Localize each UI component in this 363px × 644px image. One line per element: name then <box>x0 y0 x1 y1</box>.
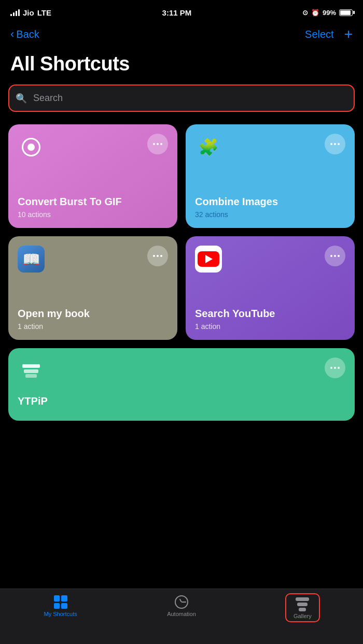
shortcuts-grid: Convert Burst To GIF 10 actions 🧩 Combin… <box>0 124 363 340</box>
layers-icon <box>18 357 45 384</box>
automation-label: Automation <box>167 611 196 617</box>
signal-bars <box>10 9 20 16</box>
more-dots-icon <box>153 255 162 257</box>
alarm-icon: ⏰ <box>311 9 319 17</box>
card-top <box>18 357 345 384</box>
signal-bar-2 <box>13 12 15 16</box>
shortcut-card-ytpip[interactable]: YTPiP <box>8 348 355 421</box>
tab-bar: My Shortcuts Automation Gallery <box>0 589 363 644</box>
more-button-convert-burst[interactable] <box>147 134 168 154</box>
target-icon <box>18 134 45 161</box>
battery-icon <box>339 9 353 16</box>
gallery-tab-highlight: Gallery <box>285 593 320 622</box>
card-top: 📖 <box>18 246 168 273</box>
more-dots-icon <box>153 143 162 145</box>
time-label: 3:11 PM <box>162 8 192 17</box>
nav-actions: Select + <box>305 27 353 41</box>
card-title-open-my-book: Open my book <box>18 307 168 320</box>
card-subtitle-convert-burst: 10 actions <box>18 210 168 219</box>
signal-bar-1 <box>10 14 12 16</box>
my-shortcuts-label: My Shortcuts <box>44 611 77 617</box>
gps-icon: ⊙ <box>302 9 308 17</box>
card-title-search-youtube: Search YouTube <box>195 307 345 320</box>
more-button-open-my-book[interactable] <box>147 246 168 266</box>
battery-fill <box>340 10 351 15</box>
youtube-icon <box>195 246 222 273</box>
tab-automation[interactable]: Automation <box>121 594 242 617</box>
card-top <box>195 246 345 273</box>
card-title-convert-burst: Convert Burst To GIF <box>18 195 168 208</box>
status-left: Jio LTE <box>10 8 51 17</box>
gallery-label: Gallery <box>294 613 312 619</box>
card-top: 🧩 <box>195 134 345 161</box>
select-button[interactable]: Select <box>305 28 334 40</box>
network-label: LTE <box>37 8 51 17</box>
book-app-icon: 📖 <box>18 246 45 273</box>
card-subtitle-combine-images: 32 actions <box>195 210 345 219</box>
more-button-combine-images[interactable] <box>325 134 345 154</box>
puzzle-icon: 🧩 <box>195 134 222 161</box>
search-container: 🔍 Search <box>8 84 355 112</box>
my-shortcuts-icon <box>53 595 68 609</box>
card-subtitle-search-youtube: 1 action <box>195 322 345 331</box>
signal-bar-4 <box>18 9 20 16</box>
shortcut-card-convert-burst[interactable]: Convert Burst To GIF 10 actions <box>8 124 177 228</box>
more-button-search-youtube[interactable] <box>325 246 345 266</box>
signal-bar-3 <box>16 11 17 16</box>
shortcut-card-open-my-book[interactable]: 📖 Open my book 1 action <box>8 236 177 340</box>
card-top <box>18 134 168 161</box>
chevron-left-icon: ‹ <box>10 28 14 40</box>
add-button[interactable]: + <box>344 27 353 41</box>
tab-gallery[interactable]: Gallery <box>242 594 363 622</box>
more-dots-icon <box>330 143 340 145</box>
shortcut-card-combine-images[interactable]: 🧩 Combine Images 32 actions <box>186 124 355 228</box>
search-bar[interactable]: 🔍 Search <box>8 84 355 112</box>
automation-icon <box>174 595 189 609</box>
status-bar: Jio LTE 3:11 PM ⊙ ⏰ 99% <box>0 0 363 23</box>
more-dots-icon <box>330 255 340 257</box>
card-title-ytpip: YTPiP <box>18 395 345 408</box>
back-button[interactable]: ‹ Back <box>10 28 39 40</box>
search-icon: 🔍 <box>16 93 27 104</box>
more-dots-icon <box>330 367 340 369</box>
status-right: ⊙ ⏰ 99% <box>302 9 353 17</box>
nav-bar: ‹ Back Select + <box>0 23 363 48</box>
carrier-label: Jio <box>23 8 34 17</box>
card-title-combine-images: Combine Images <box>195 195 345 208</box>
gallery-icon <box>295 597 310 611</box>
more-button-ytpip[interactable] <box>325 357 345 378</box>
tab-my-shortcuts[interactable]: My Shortcuts <box>0 594 121 617</box>
back-label: Back <box>16 28 39 40</box>
search-placeholder: Search <box>33 93 63 104</box>
card-subtitle-open-my-book: 1 action <box>18 322 168 331</box>
battery-percent: 99% <box>323 9 336 17</box>
page-title: All Shortcuts <box>0 48 363 84</box>
shortcut-card-search-youtube[interactable]: Search YouTube 1 action <box>186 236 355 340</box>
